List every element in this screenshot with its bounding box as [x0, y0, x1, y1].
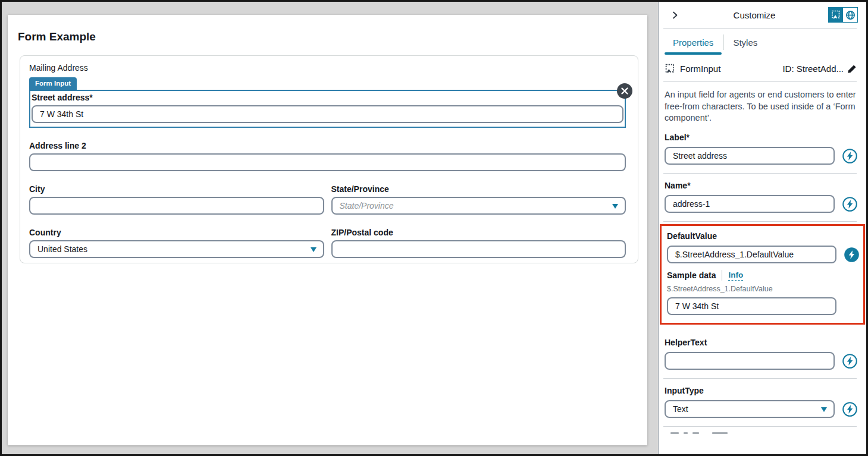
component-name: FormInput	[680, 64, 777, 74]
city-state-row: City State/Province State/Province	[29, 184, 626, 215]
helper-text-dynamic-button[interactable]	[842, 353, 858, 369]
address2-input[interactable]	[29, 153, 626, 171]
globe-mode-button[interactable]	[843, 8, 857, 22]
state-placeholder: State/Province	[340, 201, 394, 210]
helper-text-title: HelperText	[665, 338, 858, 347]
deselect-button[interactable]	[617, 83, 632, 99]
street-address-input[interactable]	[32, 105, 623, 123]
label-property-input[interactable]	[665, 147, 835, 165]
city-input[interactable]	[29, 197, 324, 215]
sample-data-input[interactable]	[667, 297, 836, 315]
sample-data-row: Sample data Info	[667, 270, 860, 281]
selection-outline[interactable]: Street address*	[29, 90, 626, 128]
app-window: Form Example Mailing Address Form Input …	[0, 0, 868, 456]
name-dynamic-button[interactable]	[842, 196, 858, 212]
state-field: State/Province State/Province	[331, 184, 626, 215]
mailing-address-group[interactable]: Mailing Address Form Input Street addres…	[20, 55, 638, 263]
chevron-down-icon	[821, 407, 827, 412]
address2-label: Address line 2	[29, 141, 626, 150]
panel-header: Customize	[659, 2, 866, 28]
input-type-select[interactable]: Text	[665, 400, 835, 418]
lightning-bolt-icon	[842, 148, 858, 164]
close-icon	[621, 87, 629, 95]
divider	[663, 221, 857, 222]
component-id-text: ID: StreetAdd...	[782, 64, 844, 74]
input-type-section: InputType Text	[659, 379, 866, 426]
label-property-title: Label*	[665, 133, 858, 142]
country-select[interactable]: United States	[29, 240, 324, 258]
name-property-input[interactable]	[665, 195, 835, 213]
state-select[interactable]: State/Province	[331, 197, 626, 215]
pencil-icon[interactable]	[847, 64, 857, 74]
vertical-separator	[722, 270, 722, 281]
tab-properties[interactable]: Properties	[663, 29, 723, 56]
sample-data-label: Sample data	[667, 271, 716, 280]
chevron-down-icon	[612, 204, 618, 209]
helper-text-input[interactable]	[665, 352, 835, 370]
component-select-mode-button[interactable]	[829, 8, 843, 22]
input-type-selected-value: Text	[673, 404, 688, 414]
customize-panel: Customize Properti	[658, 2, 866, 454]
country-zip-row: Country United States ZIP/Postal code	[29, 228, 626, 258]
chevron-right-icon	[670, 11, 679, 20]
default-value-input[interactable]	[667, 246, 836, 263]
country-selected-value: United States	[37, 244, 87, 254]
tab-styles[interactable]: Styles	[723, 29, 767, 56]
info-link[interactable]: Info	[728, 271, 743, 281]
lightning-bolt-icon	[842, 401, 858, 417]
default-value-title: DefaultValue	[667, 231, 860, 241]
country-label: Country	[29, 228, 324, 237]
zip-field: ZIP/Postal code	[331, 228, 626, 258]
lightning-bolt-icon	[844, 247, 860, 263]
collapse-panel-button[interactable]	[669, 10, 681, 21]
default-value-highlight-box: DefaultValue Sample data Info $.StreetAd…	[660, 224, 865, 325]
clipped-next-section-label	[670, 432, 866, 436]
globe-icon	[845, 10, 856, 20]
component-select-icon	[831, 10, 841, 20]
country-field: Country United States	[29, 228, 324, 258]
chevron-down-icon	[311, 247, 317, 252]
zip-label: ZIP/Postal code	[331, 228, 626, 237]
default-value-dynamic-button[interactable]	[844, 247, 860, 263]
zip-input[interactable]	[331, 240, 626, 258]
sample-data-path: $.StreetAddress_1.DefaultValue	[667, 285, 860, 293]
component-description: An input field for agents or end custome…	[659, 82, 866, 125]
group-label: Mailing Address	[29, 63, 626, 73]
view-mode-toggle	[828, 7, 858, 23]
lightning-bolt-icon	[842, 353, 858, 369]
component-id: ID: StreetAdd...	[782, 64, 857, 74]
label-dynamic-button[interactable]	[842, 148, 858, 164]
city-field: City	[29, 184, 324, 215]
street-address-label: Street address*	[32, 93, 623, 102]
panel-title: Customize	[681, 10, 828, 20]
state-label: State/Province	[331, 184, 626, 194]
component-identity-row: FormInput ID: StreetAdd...	[659, 56, 866, 81]
label-property-section: Label*	[659, 125, 866, 173]
lightning-bolt-icon	[842, 196, 858, 212]
input-type-dynamic-button[interactable]	[842, 401, 858, 417]
panel-tabs: Properties Styles	[659, 29, 866, 56]
component-type-badge: Form Input	[29, 77, 77, 90]
helper-text-section: HelperText	[659, 327, 866, 378]
divider	[663, 426, 857, 427]
selected-component[interactable]: Form Input Street address*	[29, 77, 626, 128]
page-title: Form Example	[18, 30, 647, 43]
address2-field: Address line 2	[29, 141, 626, 171]
name-property-section: Name*	[659, 174, 866, 221]
name-property-title: Name*	[665, 181, 858, 190]
city-label: City	[29, 184, 324, 194]
canvas-stage: Form Example Mailing Address Form Input …	[2, 2, 658, 454]
input-type-title: InputType	[665, 386, 858, 395]
dashed-selection-icon	[665, 64, 675, 74]
form-canvas: Form Example Mailing Address Form Input …	[8, 15, 647, 445]
